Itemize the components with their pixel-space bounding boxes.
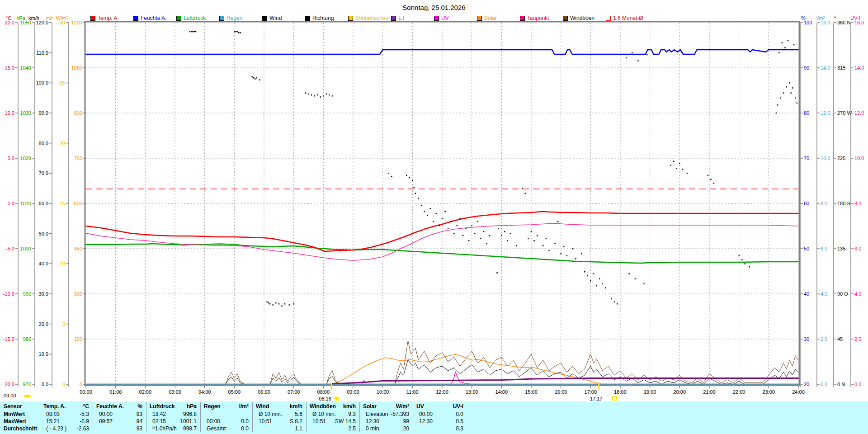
richtung-dot bbox=[566, 255, 568, 256]
richtung-dot bbox=[590, 280, 591, 282]
axis-tick-label: 180 S bbox=[837, 201, 850, 206]
axis-tick-label: -5.0 bbox=[6, 246, 14, 251]
axis-tick-label: 90 O bbox=[837, 291, 848, 297]
weather-station-app: Sonntag, 25.01.2026 Temp. A.Feuchte A.Lu… bbox=[0, 0, 868, 434]
table-value-cell: 0.3 bbox=[413, 425, 463, 432]
richtung-dot bbox=[451, 221, 452, 222]
richtung-dot bbox=[192, 31, 193, 33]
table-row-label: MinWert bbox=[4, 411, 25, 417]
axis-tick-label: 4.0 bbox=[821, 291, 827, 297]
richtung-dot bbox=[557, 221, 559, 222]
richtung-dot bbox=[501, 235, 502, 236]
axis-tick-label: 1050 bbox=[71, 65, 82, 71]
axis-tick-label: 1200 bbox=[71, 20, 82, 25]
richtung-dot bbox=[670, 165, 671, 166]
richtung-dot bbox=[195, 31, 197, 33]
table-col-unit: km/h bbox=[306, 403, 356, 410]
table-col-unit: l/m² bbox=[200, 403, 249, 410]
axis-tick-label: 25 bbox=[60, 80, 65, 85]
axis-tick-label: 10 bbox=[60, 261, 65, 266]
richtung-dot bbox=[191, 31, 192, 33]
richtung-dot bbox=[471, 225, 472, 226]
richtung-dot bbox=[289, 304, 290, 306]
axis-tick-label: 0.0 bbox=[821, 382, 827, 387]
axis-tick-label: 8.0 bbox=[854, 201, 861, 206]
axis-tick-label: 900 bbox=[74, 110, 82, 116]
richtung-dot bbox=[522, 188, 523, 189]
richtung-dot bbox=[687, 173, 688, 174]
richtung-dot bbox=[486, 243, 487, 245]
axis-tick-label: 80 bbox=[804, 110, 809, 116]
x-axis-label: 17:00 bbox=[585, 389, 597, 395]
table-col-unit: UV-I bbox=[413, 403, 463, 410]
x-axis-label: 07:00 bbox=[288, 389, 300, 395]
richtung-dot bbox=[602, 283, 603, 285]
table-value-cell: 99 bbox=[359, 418, 409, 425]
richtung-dot bbox=[442, 218, 443, 219]
richtung-dot bbox=[554, 243, 556, 245]
axis-tick-label: 225 bbox=[837, 156, 845, 161]
x-axis-label: 24:00 bbox=[792, 389, 805, 395]
axis-tick-label: 1040 bbox=[20, 65, 31, 71]
richtung-dot bbox=[388, 173, 390, 174]
richtung-dot bbox=[293, 303, 294, 305]
richtung-dot bbox=[790, 92, 792, 94]
richtung-dot bbox=[320, 96, 321, 98]
richtung-dot bbox=[777, 104, 778, 106]
axis-tick-label: 50.0 bbox=[39, 231, 48, 236]
sunset-square-icon bbox=[613, 396, 617, 400]
richtung-dot bbox=[189, 31, 191, 33]
axis-tick-label: 45 bbox=[837, 336, 843, 342]
axis-tick-label: 135 bbox=[837, 246, 845, 251]
table-value-cell: 5.6 bbox=[252, 411, 302, 417]
richtung-dot bbox=[504, 231, 505, 232]
richtung-dot bbox=[629, 273, 630, 274]
x-axis-label: 05:00 bbox=[228, 389, 241, 395]
richtung-dot bbox=[710, 179, 712, 180]
richtung-dot bbox=[326, 94, 327, 95]
axis-tick-label: 40.0 bbox=[39, 261, 48, 266]
richtung-dot bbox=[507, 240, 508, 241]
axis-tick-label: 70 bbox=[804, 156, 809, 161]
axis-tick-label: 20.0 bbox=[5, 20, 14, 25]
richtung-dot bbox=[510, 233, 511, 234]
x-axis-label: 16:00 bbox=[555, 389, 567, 395]
axis-tick-label: 1020 bbox=[20, 156, 31, 161]
richtung-dot bbox=[462, 235, 463, 236]
richtung-dot bbox=[560, 253, 561, 255]
x-axis-label: 20:00 bbox=[674, 389, 686, 395]
richtung-dot bbox=[614, 302, 615, 303]
table-row-label: MaxWert bbox=[4, 418, 26, 425]
axis-tick-label: 90.0 bbox=[39, 110, 48, 116]
richtung-dot bbox=[317, 94, 318, 96]
richtung-dot bbox=[776, 113, 777, 114]
x-axis-label: 01:00 bbox=[109, 389, 122, 395]
axis-tick-label: 270 W bbox=[837, 110, 852, 116]
richtung-dot bbox=[278, 303, 280, 305]
axis-tick-label: 20 bbox=[804, 382, 809, 387]
axis-tick-label: 50 bbox=[804, 246, 809, 251]
richtung-dot bbox=[235, 31, 236, 33]
richtung-dot bbox=[786, 86, 788, 88]
table-value-cell: 93 bbox=[93, 425, 142, 432]
axis-tick-label: 360 N bbox=[837, 20, 850, 25]
richtung-dot bbox=[427, 215, 428, 216]
axis-tick-label: 100.0 bbox=[36, 80, 48, 85]
richtung-dot bbox=[587, 275, 589, 277]
richtung-dot bbox=[788, 40, 789, 42]
sunset-time: 17:17 bbox=[590, 396, 603, 401]
richtung-dot bbox=[412, 180, 413, 181]
axis-tick-label: 10.0 bbox=[39, 351, 48, 357]
richtung-dot bbox=[782, 42, 783, 43]
richtung-dot bbox=[783, 92, 784, 94]
moonset-time: 09:00 bbox=[4, 393, 16, 398]
axis-tick-label: 600 bbox=[74, 201, 82, 206]
richtung-dot bbox=[489, 235, 491, 236]
richtung-dot bbox=[329, 94, 330, 96]
richtung-dot bbox=[406, 175, 407, 176]
richtung-dot bbox=[525, 193, 526, 194]
x-axis-label: 02:00 bbox=[139, 389, 152, 395]
axis-tick-label: 970 bbox=[23, 382, 31, 387]
richtung-dot bbox=[546, 238, 547, 240]
axis-tick-label: 100 bbox=[804, 20, 812, 25]
